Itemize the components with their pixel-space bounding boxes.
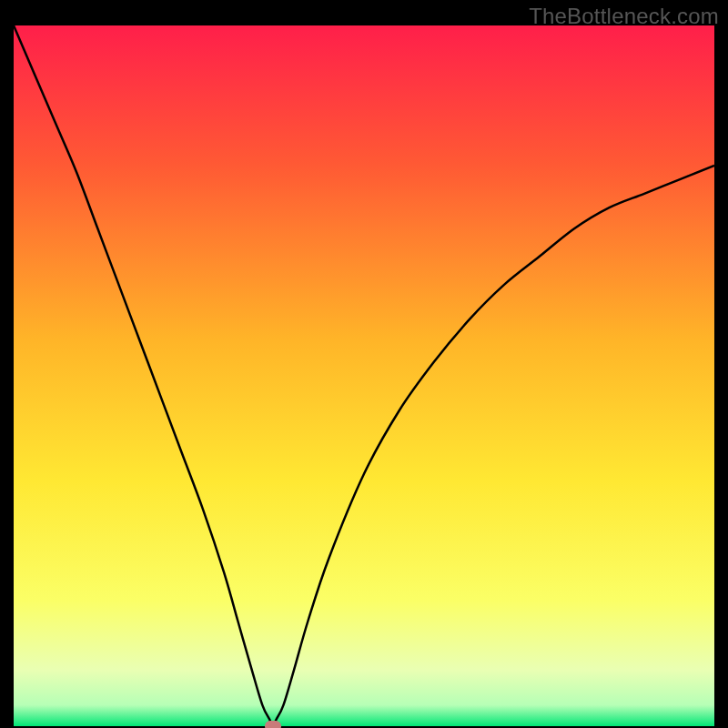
chart-container [14, 25, 714, 726]
optimum-marker [265, 721, 281, 728]
bottleneck-chart [14, 25, 714, 726]
gradient-background [14, 25, 714, 726]
